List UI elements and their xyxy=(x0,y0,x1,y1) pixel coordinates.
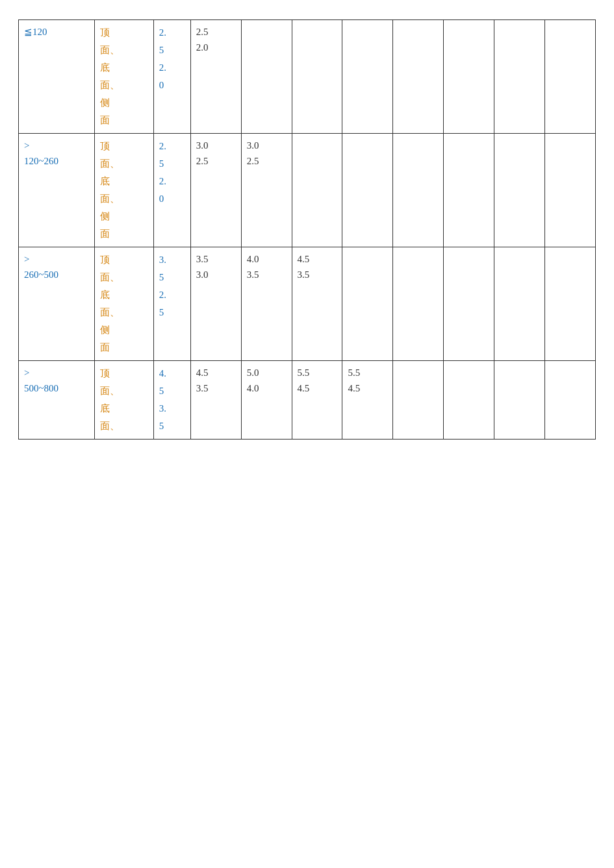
val-top-3-2: 4.0 xyxy=(247,254,259,264)
val-top-3-1: 3.5 xyxy=(196,254,209,264)
val-cell-4-8 xyxy=(545,361,596,440)
face-line-1-4: 面、 xyxy=(100,80,120,90)
face-line-1-5: 侧 xyxy=(100,97,110,108)
val-bot-3-1: 3.0 xyxy=(196,269,209,280)
val-cell-1-2 xyxy=(241,20,292,134)
val-top-4-4: 5.5 xyxy=(348,367,360,378)
face-line-3-2: 面、 xyxy=(100,272,120,282)
page: ≦120 顶 面、 底 面、 侧 面 2. 5 xyxy=(0,0,614,868)
face-cell-4: 顶 面、 底 面、 xyxy=(94,361,153,440)
range-label-3b: 260~500 xyxy=(24,269,58,280)
range-cell-2: > 120~260 xyxy=(19,134,95,247)
num-line-2-2: 5 xyxy=(159,158,164,169)
face-line-2-2: 面、 xyxy=(100,158,120,169)
num-line-4-2: 5 xyxy=(159,386,164,396)
val-top-4-3: 5.5 xyxy=(298,367,310,378)
face-cell-2: 顶 面、 底 面、 侧 面 xyxy=(94,134,153,247)
val-cell-1-8 xyxy=(545,20,596,134)
num-line-3-1: 3. xyxy=(159,254,166,265)
num-line-1-2: 5 xyxy=(159,45,164,55)
val-bot-4-1: 3.5 xyxy=(196,383,209,393)
num-line-4-4: 5 xyxy=(159,421,164,431)
face-line-3-4: 面、 xyxy=(100,307,120,317)
num-cell-4: 4. 5 3. 5 xyxy=(153,361,190,440)
num-line-2-1: 2. xyxy=(159,141,166,151)
val-cell-4-1: 4.5 3.5 xyxy=(190,361,241,440)
val-cell-3-3: 4.5 3.5 xyxy=(292,247,342,361)
num-cell-3: 3. 5 2. 5 xyxy=(153,247,190,361)
face-line-1-1: 顶 xyxy=(100,27,110,38)
val-cell-3-5 xyxy=(393,247,444,361)
val-cell-4-5 xyxy=(393,361,444,440)
range-cell-1: ≦120 xyxy=(19,20,95,134)
val-bot-4-3: 4.5 xyxy=(298,383,310,393)
num-cell-2: 2. 5 2. 0 xyxy=(153,134,190,247)
val-top-4-1: 4.5 xyxy=(196,367,209,378)
val-cell-4-3: 5.5 4.5 xyxy=(292,361,342,440)
val-cell-4-7 xyxy=(494,361,545,440)
num-line-2-4: 0 xyxy=(159,193,164,204)
val-bot-1-1: 2.0 xyxy=(196,42,209,53)
range-label-3: > xyxy=(24,254,29,264)
face-line-3-1: 顶 xyxy=(100,254,110,265)
val-top-2-2: 3.0 xyxy=(247,140,259,151)
num-line-1-3: 2. xyxy=(159,62,166,73)
table-row: > 500~800 顶 面、 底 面、 4. 5 3. xyxy=(19,361,596,440)
val-cell-2-7 xyxy=(494,134,545,247)
range-label-4b: 500~800 xyxy=(24,383,58,393)
range-label-2: > xyxy=(24,140,29,151)
val-cell-1-5 xyxy=(393,20,444,134)
table-row: ≦120 顶 面、 底 面、 侧 面 2. 5 xyxy=(19,20,596,134)
num-cell-1: 2. 5 2. 0 xyxy=(153,20,190,134)
range-label-1: ≦120 xyxy=(24,27,47,37)
val-top-3-3: 4.5 xyxy=(298,254,310,264)
range-cell-4: > 500~800 xyxy=(19,361,95,440)
val-cell-3-8 xyxy=(545,247,596,361)
face-line-2-4: 面、 xyxy=(100,193,120,204)
face-line-4-4: 面、 xyxy=(100,421,120,431)
num-line-1-1: 2. xyxy=(159,27,166,38)
val-cell-2-3 xyxy=(292,134,342,247)
val-cell-2-6 xyxy=(444,134,494,247)
face-line-2-6: 面 xyxy=(100,229,110,239)
val-bot-2-2: 2.5 xyxy=(247,156,259,166)
num-line-3-2: 5 xyxy=(159,272,164,282)
num-line-4-1: 4. xyxy=(159,368,166,378)
val-cell-4-4: 5.5 4.5 xyxy=(342,361,393,440)
val-cell-4-2: 5.0 4.0 xyxy=(241,361,292,440)
face-line-1-6: 面 xyxy=(100,115,110,125)
face-line-2-1: 顶 xyxy=(100,141,110,151)
val-top-2-1: 3.0 xyxy=(196,140,209,151)
val-cell-1-3 xyxy=(292,20,342,134)
face-line-3-5: 侧 xyxy=(100,325,110,335)
val-bot-4-2: 4.0 xyxy=(247,383,259,393)
table-row: > 120~260 顶 面、 底 面、 侧 面 2. xyxy=(19,134,596,247)
num-line-3-4: 5 xyxy=(159,307,164,317)
face-line-3-6: 面 xyxy=(100,342,110,353)
val-cell-2-2: 3.0 2.5 xyxy=(241,134,292,247)
face-line-2-5: 侧 xyxy=(100,211,110,221)
range-cell-3: > 260~500 xyxy=(19,247,95,361)
num-line-2-3: 2. xyxy=(159,176,166,186)
face-line-1-3: 底 xyxy=(100,62,110,73)
val-cell-3-2: 4.0 3.5 xyxy=(241,247,292,361)
val-cell-2-4 xyxy=(342,134,393,247)
val-cell-4-6 xyxy=(444,361,494,440)
val-top-1-1: 2.5 xyxy=(196,27,209,37)
table-row: > 260~500 顶 面、 底 面、 侧 面 3. xyxy=(19,247,596,361)
val-bot-2-1: 2.5 xyxy=(196,156,209,166)
num-line-1-4: 0 xyxy=(159,80,164,90)
val-cell-2-1: 3.0 2.5 xyxy=(190,134,241,247)
val-top-4-2: 5.0 xyxy=(247,367,259,378)
face-cell-3: 顶 面、 底 面、 侧 面 xyxy=(94,247,153,361)
face-line-4-3: 底 xyxy=(100,403,110,414)
val-cell-1-7 xyxy=(494,20,545,134)
face-cell-1: 顶 面、 底 面、 侧 面 xyxy=(94,20,153,134)
range-label-2b: 120~260 xyxy=(24,156,58,166)
val-bot-3-3: 3.5 xyxy=(298,269,310,280)
val-cell-2-8 xyxy=(545,134,596,247)
val-cell-1-1: 2.5 2.0 xyxy=(190,20,241,134)
face-line-2-3: 底 xyxy=(100,176,110,186)
val-cell-3-6 xyxy=(444,247,494,361)
face-line-4-1: 顶 xyxy=(100,368,110,378)
